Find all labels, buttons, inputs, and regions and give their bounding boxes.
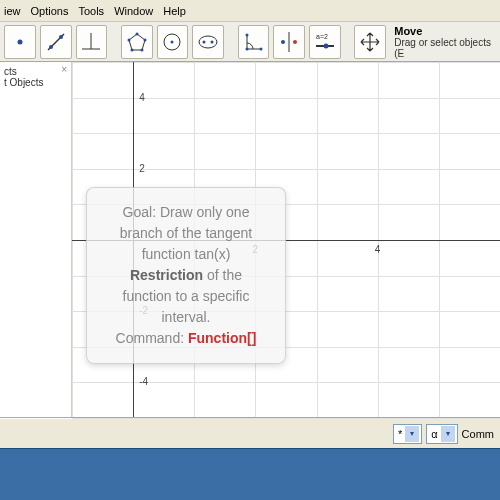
algebra-panel[interactable]: × cts t Objects (0, 62, 72, 417)
svg-point-8 (143, 38, 146, 41)
goal-tooltip: Goal: Draw only one branch of the tangen… (86, 187, 286, 364)
workspace: × cts t Objects 24-4-224 Goal: Draw only… (0, 62, 500, 418)
tool-slider[interactable]: a=2 (309, 25, 341, 59)
svg-point-11 (127, 38, 130, 41)
svg-point-14 (199, 36, 217, 48)
tool-perp[interactable] (76, 25, 108, 59)
x-tick: 4 (375, 244, 381, 255)
svg-point-19 (259, 47, 262, 50)
svg-point-15 (203, 40, 206, 43)
svg-point-25 (324, 43, 329, 48)
menu-view[interactable]: iew (4, 2, 31, 20)
svg-point-16 (211, 40, 214, 43)
goal-l3: function tan(x) (99, 244, 273, 265)
tool-move[interactable] (354, 25, 386, 59)
y-tick: -4 (139, 376, 148, 387)
svg-text:a=2: a=2 (316, 33, 328, 40)
toolbar: a=2 Move Drag or select objects (E (0, 22, 500, 62)
tool-hint: Move Drag or select objects (E (390, 22, 496, 62)
y-tick: 2 (139, 163, 145, 174)
tool-circle[interactable] (157, 25, 189, 59)
svg-point-18 (245, 47, 248, 50)
menu-window[interactable]: Window (114, 2, 163, 20)
svg-marker-6 (129, 34, 145, 50)
degree-value: * (398, 428, 402, 440)
algebra-line2: t Objects (4, 77, 67, 88)
goal-l1: Goal: Draw only one (99, 202, 273, 223)
menu-tools[interactable]: Tools (78, 2, 114, 20)
tool-ellipse[interactable] (192, 25, 224, 59)
goal-cmd-label: Command: (116, 330, 188, 346)
chevron-down-icon[interactable]: ▾ (405, 426, 419, 442)
hint-sub: Drag or select objects (E (394, 37, 496, 59)
command-label: Comm (462, 428, 494, 440)
degree-combo[interactable]: * ▾ (393, 424, 422, 444)
svg-point-22 (293, 40, 297, 44)
svg-point-0 (17, 39, 22, 44)
chevron-down-icon[interactable]: ▾ (441, 426, 455, 442)
menubar: iew Options Tools Window Help (0, 0, 500, 22)
tool-polygon[interactable] (121, 25, 153, 59)
svg-point-9 (140, 48, 143, 51)
tool-reflect[interactable] (273, 25, 305, 59)
goal-kw: Restriction (130, 267, 203, 283)
svg-point-13 (171, 40, 174, 43)
y-tick: 4 (139, 92, 145, 103)
menu-help[interactable]: Help (163, 2, 196, 20)
tool-angle[interactable] (238, 25, 270, 59)
tool-line[interactable] (40, 25, 72, 59)
goal-fn: Function[] (188, 330, 256, 346)
goal-l5: function to a specific (99, 286, 273, 307)
menu-options[interactable]: Options (31, 2, 79, 20)
alpha-combo[interactable]: α ▾ (426, 424, 457, 444)
goal-l6: interval. (99, 307, 273, 328)
svg-point-7 (135, 32, 138, 35)
alpha-value: α (431, 428, 437, 440)
hint-title: Move (394, 25, 496, 37)
tool-point[interactable] (4, 25, 36, 59)
input-bar: * ▾ α ▾ Comm (0, 418, 500, 448)
svg-point-17 (245, 33, 248, 36)
bottom-strip (0, 448, 500, 500)
svg-point-3 (59, 35, 63, 39)
svg-point-10 (130, 48, 133, 51)
goal-l4: of the (203, 267, 242, 283)
svg-point-2 (49, 45, 53, 49)
close-icon[interactable]: × (61, 64, 67, 75)
goal-l2: branch of the tangent (99, 223, 273, 244)
svg-point-21 (281, 40, 285, 44)
algebra-line1: cts (4, 66, 67, 77)
